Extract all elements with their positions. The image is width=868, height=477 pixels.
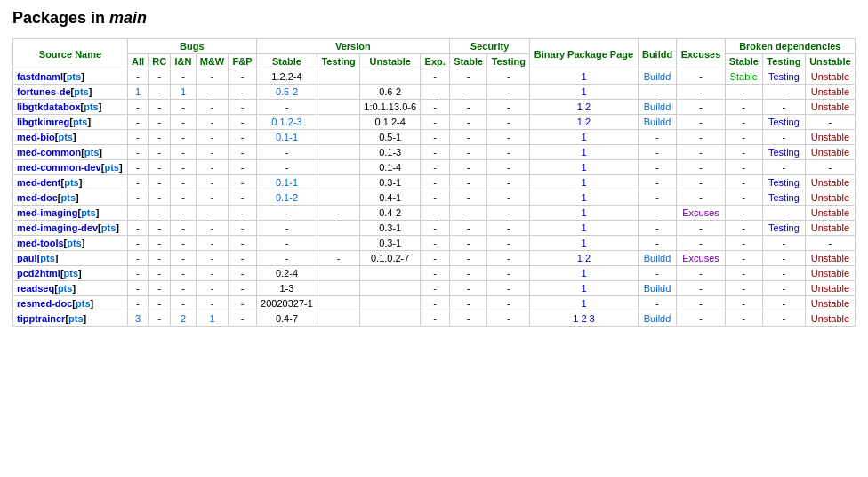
br-unstable-cell: Unstable — [805, 100, 855, 115]
sec-stable-cell: - — [449, 145, 486, 160]
buildd-cell: Buildd — [638, 115, 677, 130]
excuses-cell: Excuses — [677, 206, 725, 221]
br-stable-cell: - — [725, 221, 762, 236]
testing-version-cell — [317, 281, 360, 296]
sec-stable-cell: - — [449, 236, 486, 251]
rc-cell: - — [149, 281, 171, 296]
col-unstable: Unstable — [359, 54, 420, 69]
br-unstable-cell: Unstable — [805, 281, 855, 296]
binary-cell: 1 — [530, 236, 639, 251]
br-testing-cell: - — [763, 296, 806, 311]
sec-testing-cell: - — [487, 251, 530, 266]
stable-version-cell: 0.4-7 — [256, 311, 317, 327]
in-cell: - — [171, 69, 196, 85]
stable-version-cell: - — [256, 160, 317, 175]
unstable-version-cell: 0.3-1 — [359, 236, 420, 251]
fp-cell: - — [229, 296, 256, 311]
all-cell: 3 — [127, 311, 148, 327]
br-testing-cell: Testing — [763, 145, 806, 160]
buildd-cell: Buildd — [638, 251, 677, 266]
br-stable-cell: - — [725, 251, 762, 266]
br-testing-cell: - — [763, 130, 806, 145]
br-unstable-cell: - — [805, 115, 855, 130]
sec-stable-cell: - — [449, 281, 486, 296]
br-testing-cell: Testing — [763, 221, 806, 236]
binary-cell: 1 — [530, 160, 639, 175]
br-unstable-cell: Unstable — [805, 69, 855, 85]
sec-testing-cell: - — [487, 175, 530, 190]
binary-package-header: Binary Package Page — [530, 39, 639, 69]
source-name-cell: pcd2html[pts] — [13, 266, 128, 281]
sec-stable-cell: - — [449, 221, 486, 236]
in-cell: 1 — [171, 85, 196, 100]
all-cell: - — [127, 296, 148, 311]
in-cell: - — [171, 206, 196, 221]
rc-cell: - — [149, 221, 171, 236]
buildd-cell: - — [638, 296, 677, 311]
unstable-version-cell: 0.4-2 — [359, 206, 420, 221]
col-exp: Exp. — [421, 54, 450, 69]
rc-cell: - — [149, 296, 171, 311]
excuses-cell: - — [677, 160, 725, 175]
fp-cell: - — [229, 130, 256, 145]
br-unstable-cell: Unstable — [805, 296, 855, 311]
rc-cell: - — [149, 85, 171, 100]
excuses-cell: - — [677, 221, 725, 236]
excuses-cell: - — [677, 266, 725, 281]
excuses-cell: - — [677, 145, 725, 160]
buildd-cell: Buildd — [638, 311, 677, 327]
exp-cell: - — [421, 190, 450, 206]
stable-version-cell: 1-3 — [256, 281, 317, 296]
sec-stable-cell: - — [449, 160, 486, 175]
col-br-testing: Testing — [763, 54, 806, 69]
fp-cell: - — [229, 115, 256, 130]
source-name-cell: med-bio[pts] — [13, 130, 128, 145]
rc-cell: - — [149, 130, 171, 145]
br-testing-cell: - — [763, 236, 806, 251]
br-stable-cell: - — [725, 266, 762, 281]
binary-cell: 1 — [530, 175, 639, 190]
excuses-cell: - — [677, 115, 725, 130]
unstable-version-cell — [359, 69, 420, 85]
col-testing: Testing — [317, 54, 360, 69]
br-testing-cell: - — [763, 100, 806, 115]
all-cell: - — [127, 206, 148, 221]
br-stable-cell: - — [725, 130, 762, 145]
sec-stable-cell: - — [449, 175, 486, 190]
exp-cell: - — [421, 296, 450, 311]
in-cell: - — [171, 266, 196, 281]
source-name-cell: readseq[pts] — [13, 281, 128, 296]
sec-stable-cell: - — [449, 266, 486, 281]
unstable-version-cell: 0.6-2 — [359, 85, 420, 100]
packages-table: Source Name Bugs Version Security Binary… — [12, 38, 856, 327]
br-testing-cell: - — [763, 85, 806, 100]
br-stable-cell: - — [725, 190, 762, 206]
binary-cell: 1 2 3 — [530, 311, 639, 327]
exp-cell: - — [421, 206, 450, 221]
mw-cell: - — [196, 115, 229, 130]
stable-version-cell: - — [256, 236, 317, 251]
br-testing-cell: - — [763, 266, 806, 281]
source-name-cell: med-dent[pts] — [13, 175, 128, 190]
br-stable-cell: - — [725, 296, 762, 311]
stable-version-cell: 0.1-1 — [256, 130, 317, 145]
rc-cell: - — [149, 145, 171, 160]
testing-version-cell — [317, 100, 360, 115]
buildd-cell: - — [638, 85, 677, 100]
buildd-cell: Buildd — [638, 281, 677, 296]
br-unstable-cell: Unstable — [805, 206, 855, 221]
br-unstable-cell: Unstable — [805, 251, 855, 266]
binary-cell: 1 — [530, 69, 639, 85]
source-name-cell: fastdnaml[pts] — [13, 69, 128, 85]
mw-cell: - — [196, 206, 229, 221]
broken-deps-header: Broken dependencies — [725, 39, 855, 54]
br-stable-cell: - — [725, 100, 762, 115]
mw-cell: - — [196, 190, 229, 206]
exp-cell: - — [421, 236, 450, 251]
excuses-header: Excuses — [677, 39, 725, 69]
sec-testing-cell: - — [487, 281, 530, 296]
testing-version-cell — [317, 69, 360, 85]
br-stable-cell: - — [725, 145, 762, 160]
all-cell: 1 — [127, 85, 148, 100]
rc-cell: - — [149, 236, 171, 251]
